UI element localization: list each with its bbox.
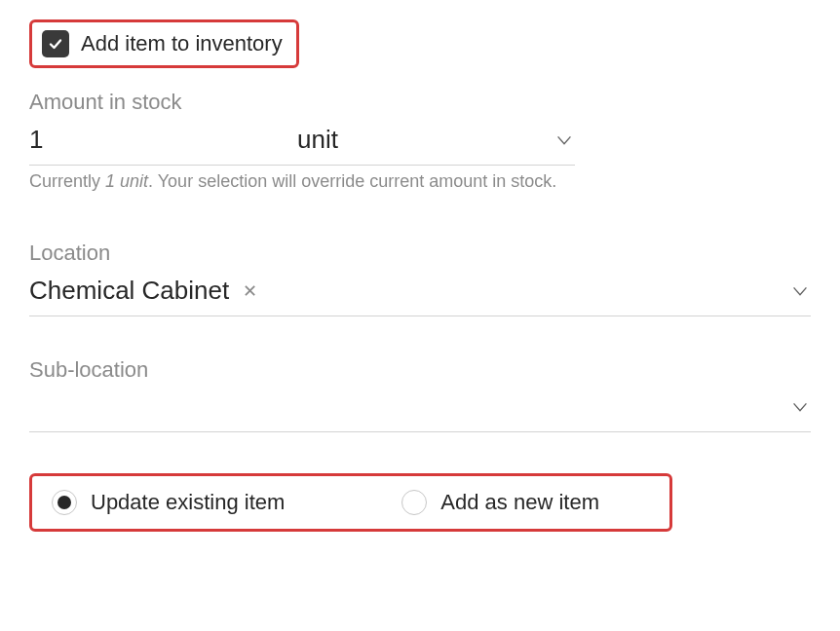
chevron-down-icon: [554, 130, 575, 151]
radio-circle-checked: [52, 490, 77, 515]
sublocation-select[interactable]: [29, 392, 811, 432]
location-value-wrap: Chemical Cabinet ✕: [29, 276, 261, 306]
add-to-inventory-label: Add item to inventory: [81, 31, 283, 56]
amount-row: 1 unit: [29, 125, 575, 166]
location-label: Location: [29, 241, 811, 266]
amount-helper-suffix: . Your selection will override current a…: [148, 171, 556, 191]
chevron-down-icon: [789, 396, 811, 418]
location-select[interactable]: Chemical Cabinet ✕: [29, 276, 811, 316]
clear-location-icon[interactable]: ✕: [239, 278, 261, 304]
chevron-down-icon: [789, 280, 811, 302]
radio-add-label: Add as new item: [440, 490, 599, 515]
amount-label: Amount in stock: [29, 90, 811, 115]
amount-helper-italic: 1 unit: [105, 171, 148, 191]
add-to-inventory-checkbox[interactable]: [42, 30, 69, 57]
amount-field: Amount in stock 1 unit Currently 1 unit.…: [29, 90, 811, 192]
amount-helper-prefix: Currently: [29, 171, 105, 191]
radio-circle-unchecked: [401, 490, 427, 515]
amount-input[interactable]: 1: [29, 125, 297, 155]
radio-add-new[interactable]: Add as new item: [401, 490, 599, 515]
item-mode-highlight: Update existing item Add as new item: [29, 473, 672, 532]
add-to-inventory-highlight: Add item to inventory: [29, 19, 299, 68]
unit-select[interactable]: unit: [297, 125, 575, 155]
amount-helper-text: Currently 1 unit. Your selection will ov…: [29, 171, 811, 192]
location-value: Chemical Cabinet: [29, 276, 229, 306]
radio-update-label: Update existing item: [91, 490, 285, 515]
check-icon: [48, 36, 63, 52]
radio-update-existing[interactable]: Update existing item: [52, 490, 285, 515]
sublocation-field: Sub-location: [29, 357, 811, 432]
location-field: Location Chemical Cabinet ✕: [29, 241, 811, 316]
sublocation-label: Sub-location: [29, 357, 811, 383]
unit-value: unit: [297, 125, 338, 155]
